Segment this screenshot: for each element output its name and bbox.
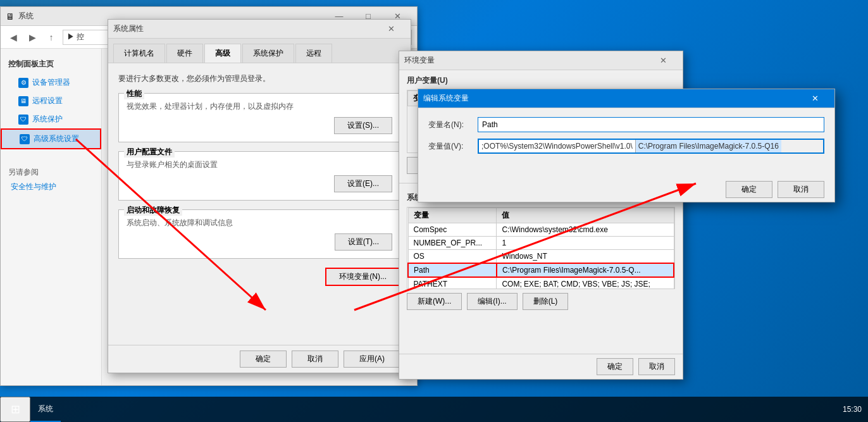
sidebar-item-security[interactable]: 安全性与维护 (8, 178, 94, 196)
startup-label: 启动和故障恢复 (124, 205, 182, 216)
device-icon: ⚙ (18, 78, 28, 88)
taskbar-cp-label: 系统 (38, 404, 53, 414)
edit-var-content: 变量名(N): 变量值(V): ;OOT%\System32\WindowsPo… (418, 108, 834, 169)
env-cancel-btn[interactable]: 取消 (638, 358, 675, 375)
var-name-row: 变量名(N): (428, 117, 824, 132)
env-vars-btn[interactable]: 环境变量(N)... (325, 268, 400, 286)
edit-var-titlebar: 编辑系统变量 ✕ (418, 89, 834, 108)
var-name-cell: PATHEXT (408, 277, 497, 289)
sidebar-item-device-label: 设备管理器 (32, 77, 70, 88)
sys-props-controls: ✕ (376, 20, 406, 39)
edit-var-cancel-btn[interactable]: 取消 (778, 181, 824, 198)
table-row[interactable]: PATHEXTCOM; EXE; BAT; CMD; VBS; VBE; JS;… (408, 277, 674, 289)
var-value-cell: C:\Program Files\ImageMagick-7.0.5-Q... (497, 263, 674, 277)
env-sys-edit-btn[interactable]: 编辑(I)... (467, 293, 517, 310)
edit-var-title: 编辑系统变量 (423, 93, 800, 104)
taskbar-time: 15:30 (843, 405, 862, 414)
sidebar-item-protection[interactable]: 🛡 系统保护 (1, 110, 101, 128)
var-name-cell: NUMBER_OF_PR... (408, 237, 497, 250)
sidebar-item-advanced-label: 高级系统设置 (34, 133, 79, 144)
sys-props-apply-btn[interactable]: 应用(A) (344, 351, 400, 368)
forward-btn[interactable]: ▶ (25, 30, 40, 45)
sys-props-close-btn[interactable]: ✕ (376, 20, 406, 39)
var-value-cell: C:\Windows\system32\cmd.exe (497, 223, 674, 237)
sys-props-tabs: 计算机名 硬件 高级 系统保护 远程 (108, 39, 411, 63)
tab-computername[interactable]: 计算机名 (113, 44, 165, 63)
tab-protection[interactable]: 系统保护 (242, 44, 294, 63)
var-value-right: C:\Program Files\ImageMagick-7.0.5-Q16 (635, 140, 781, 152)
taskbar: ⊞ 系统 15:30 (0, 397, 868, 422)
edit-var-controls: ✕ (800, 89, 829, 108)
back-btn[interactable]: ◀ (6, 30, 21, 45)
also-label: 另请参阅 (8, 167, 94, 178)
sidebar-item-remote-label: 远程设置 (32, 96, 63, 106)
env-sys-new-btn[interactable]: 新建(W)... (407, 293, 462, 310)
taskbar-cp-item[interactable]: 系统 (30, 397, 61, 422)
edit-var-close-btn[interactable]: ✕ (800, 89, 829, 108)
edit-var-footer: 确定 取消 (716, 177, 834, 202)
up-btn[interactable]: ↑ (44, 30, 59, 45)
var-value-row: 变量值(V): ;OOT%\System32\WindowsPowerShell… (428, 139, 824, 154)
env-sys-buttons: 新建(W)... 编辑(I)... 删除(L) (407, 293, 675, 310)
env-sys-table-wrapper[interactable]: 变量 值 ComSpecC:\Windows\system32\cmd.exeN… (407, 207, 675, 289)
start-button[interactable]: ⊞ (0, 397, 30, 422)
startup-settings-btn[interactable]: 设置(T)... (335, 233, 392, 251)
env-sys-delete-btn[interactable]: 删除(L) (523, 293, 569, 310)
tab-remote[interactable]: 远程 (295, 44, 332, 63)
sidebar-item-advanced[interactable]: 🛡 高级系统设置 (1, 128, 101, 149)
user-profiles-settings-btn[interactable]: 设置(E)... (334, 175, 392, 192)
startup-section: 启动和故障恢复 系统启动、系统故障和调试信息 设置(T)... (118, 209, 400, 259)
tab-hardware[interactable]: 硬件 (166, 44, 203, 63)
edit-var-dialog: 编辑系统变量 ✕ 变量名(N): 变量值(V): ;OOT%\System32\… (418, 89, 835, 202)
sys-props-dialog: 系统属性 ✕ 计算机名 硬件 高级 系统保护 远程 要进行大多数更改，您必须作为… (108, 19, 411, 373)
taskbar-right: 15:30 (843, 405, 868, 414)
advanced-icon: 🛡 (20, 134, 30, 144)
user-profiles-label: 用户配置文件 (124, 147, 175, 158)
table-row[interactable]: NUMBER_OF_PR...1 (408, 237, 674, 250)
sys-props-content: 要进行大多数更改，您必须作为管理员登录。 性能 视觉效果，处理器计划，内存使用，… (108, 63, 411, 296)
performance-section: 性能 视觉效果，处理器计划，内存使用，以及虚拟内存 设置(S)... (118, 93, 400, 142)
env-dialog-titlebar: 环境变量 ✕ (399, 51, 683, 70)
table-row[interactable]: PathC:\Program Files\ImageMagick-7.0.5-Q… (408, 263, 674, 277)
cp-window-icon: 🖥 (6, 11, 15, 22)
tab-advanced[interactable]: 高级 (204, 44, 241, 63)
sys-props-ok-btn[interactable]: 确定 (240, 351, 287, 368)
sys-props-footer: 确定 取消 应用(A) (108, 345, 411, 373)
address-path-text: ▶ 控 (67, 32, 84, 42)
performance-label: 性能 (124, 89, 144, 99)
var-name-input[interactable] (478, 117, 824, 132)
var-value-left: ;OOT%\System32\WindowsPowerShell\v1.0\ (479, 140, 635, 152)
table-row[interactable]: OSWindows_NT (408, 250, 674, 264)
edit-var-ok-btn[interactable]: 确定 (726, 181, 772, 198)
var-name-cell: ComSpec (408, 223, 497, 237)
var-value-cell: COM; EXE; BAT; CMD; VBS; VBE; JS; JSE; (497, 277, 674, 289)
sidebar-title: 控制面板主页 (1, 55, 101, 73)
sys-props-title: 系统属性 (113, 23, 376, 34)
sys-props-cancel-btn[interactable]: 取消 (292, 351, 338, 368)
env-dialog-controls: ✕ (648, 51, 678, 70)
performance-settings-btn[interactable]: 设置(S)... (334, 117, 392, 134)
env-user-title: 用户变量(U) (407, 75, 675, 86)
sidebar-item-remote[interactable]: 🖥 远程设置 (1, 92, 101, 110)
sidebar-item-protection-label: 系统保护 (32, 114, 63, 125)
var-value-label: 变量值(V): (428, 141, 473, 152)
var-name-cell: OS (408, 250, 497, 264)
sys-col-var: 变量 (408, 208, 497, 223)
dialog-notice: 要进行大多数更改，您必须作为管理员登录。 (118, 73, 400, 84)
performance-text: 视觉效果，处理器计划，内存使用，以及虚拟内存 (127, 101, 392, 112)
env-dialog-footer: 确定 取消 (399, 354, 683, 379)
env-btn-row: 环境变量(N)... (118, 268, 400, 286)
env-ok-btn[interactable]: 确定 (597, 358, 633, 375)
desktop: 🖥 系统 — □ ✕ ◀ ▶ ↑ ▶ 控 ↻ 🔍 控制面板主页 (0, 0, 868, 422)
sys-col-val: 值 (497, 208, 674, 223)
protection-icon: 🛡 (18, 115, 28, 125)
table-row[interactable]: ComSpecC:\Windows\system32\cmd.exe (408, 223, 674, 237)
also-section: 另请参阅 安全性与维护 (1, 162, 101, 201)
var-value-container: ;OOT%\System32\WindowsPowerShell\v1.0\ C… (478, 139, 824, 154)
user-profiles-text: 与登录账户相关的桌面设置 (127, 159, 392, 170)
var-value-cell: 1 (497, 237, 674, 250)
sidebar-item-device[interactable]: ⚙ 设备管理器 (1, 73, 101, 92)
security-label: 安全性与维护 (11, 182, 56, 192)
env-dialog-close-btn[interactable]: ✕ (648, 51, 678, 70)
var-name-label: 变量名(N): (428, 120, 473, 130)
